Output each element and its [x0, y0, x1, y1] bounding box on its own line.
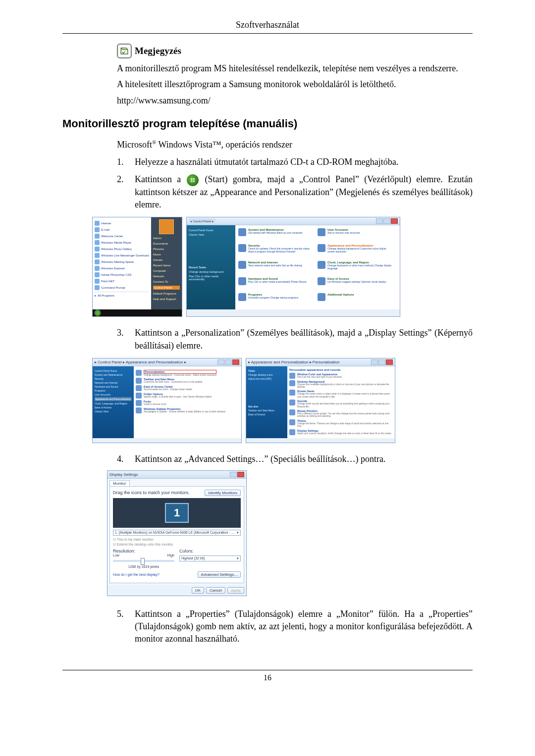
step-3-text: Kattintson a „Personalization” (Személye…: [135, 327, 473, 352]
sm-right-item[interactable]: Pictures: [153, 248, 180, 251]
ap-side-item[interactable]: Classic View: [95, 410, 132, 413]
sm-item[interactable]: Windows Photo Gallery: [101, 248, 132, 251]
sm-item[interactable]: Command Prompt: [101, 286, 125, 289]
ap-side-item[interactable]: Security: [95, 377, 132, 380]
check-main-monitor[interactable]: ☑ This is my main monitor: [113, 538, 241, 542]
step-4: 4. Kattintson az „Advanced Settings…” (S…: [117, 453, 473, 465]
check-extend-desktop[interactable]: ☑ Extend the desktop onto this monitor: [113, 543, 241, 547]
sm-item[interactable]: Windows Live Messenger Download: [101, 254, 149, 257]
cp-cat-h[interactable]: Additional Options: [327, 293, 354, 296]
cp-side-task[interactable]: Play CDs or other media automatically: [189, 275, 233, 281]
identify-monitors-button[interactable]: Identify Monitors: [205, 490, 241, 496]
ap-item-s[interactable]: Accommodate low vision · Change screen r…: [144, 388, 192, 391]
cp-cat-s[interactable]: View network status and tasks Set up fil…: [248, 264, 302, 267]
cp-side-link[interactable]: Classic View: [189, 233, 233, 236]
window-controls[interactable]: [371, 359, 393, 365]
ap-side-item-sel[interactable]: Appearance and Personalization: [95, 397, 132, 401]
sm-item[interactable]: Internet: [101, 222, 111, 225]
sm-right-item[interactable]: Computer: [153, 269, 180, 272]
sm-item[interactable]: E-mail: [101, 228, 109, 231]
start-orb[interactable]: [94, 309, 101, 316]
sm-right-item[interactable]: Recent Items: [153, 264, 180, 267]
ap-item-s[interactable]: Change desktop background · Customize co…: [144, 374, 216, 376]
user-avatar: [159, 219, 174, 234]
step-4-num: 4.: [117, 453, 135, 465]
note-line-2: A hitelesített illesztőprogram a Samsung…: [117, 78, 473, 90]
resolution-slider[interactable]: [113, 560, 174, 562]
res-label: Resolution:: [113, 549, 174, 554]
cp-cat-s[interactable]: Check for updates Check this computer's …: [248, 247, 313, 253]
start-orb-icon: [187, 174, 199, 186]
sm-item[interactable]: Adobe Photoshop CS3: [101, 273, 131, 276]
ds-preview-area[interactable]: 1: [113, 498, 241, 528]
sm-right-item[interactable]: Network: [153, 275, 180, 278]
cp-breadcrumb: ▸ Control Panel ▸: [189, 218, 215, 224]
pers-see-item[interactable]: Ease of Access: [248, 413, 285, 416]
control-panel-screenshot: ▸ Control Panel ▸ Control Panel Home Cla…: [186, 217, 400, 317]
ap-side-item[interactable]: Hardware and Sound: [95, 385, 132, 388]
colors-select[interactable]: Highest (32 bit)▾: [179, 555, 241, 561]
cp-cat-s[interactable]: Play CDs or other media automatically Pr…: [248, 280, 307, 283]
cp-side-link[interactable]: Control Panel Home: [189, 229, 233, 232]
step-5-text: Kattintson a „Properties” (Tulajdonságok…: [135, 608, 473, 646]
ap-item-s[interactable]: Add gadgets to Sidebar · Choose whether …: [144, 410, 225, 413]
ap-side-item[interactable]: User Accounts: [95, 393, 132, 396]
step-1-num: 1.: [117, 156, 135, 168]
section-title: Monitorillesztő program telepítése (manu…: [62, 117, 473, 130]
pers-side-item[interactable]: Adjust font size (DPI): [248, 377, 285, 380]
window-controls[interactable]: [217, 359, 239, 365]
cancel-button[interactable]: Cancel: [206, 587, 225, 594]
cp-main: System and MaintenanceGet started with W…: [235, 225, 400, 309]
adapter-select[interactable]: 1. (Multiple Monitors) on NVIDIA GeForce…: [113, 530, 241, 536]
ap-side-item[interactable]: Programs: [95, 389, 132, 392]
sm-item[interactable]: Windows Meeting Space: [101, 260, 134, 263]
window-controls[interactable]: [230, 472, 244, 477]
sm-item[interactable]: Windows Explorer: [101, 267, 125, 270]
cp-cat-s[interactable]: Change desktop background Customize colo…: [327, 247, 392, 253]
pers-see-item[interactable]: Taskbar and Start Menu: [248, 409, 285, 412]
cp-cat-s[interactable]: Change keyboards or other input methods …: [327, 264, 392, 270]
apply-button[interactable]: Apply: [227, 587, 244, 594]
cp-side-task[interactable]: Change desktop background: [189, 270, 233, 273]
ds-drag-text: Drag the icons to match your monitors.: [113, 490, 190, 495]
ap-side-item[interactable]: Clock, Language, and Region: [95, 402, 132, 405]
cp-cat-s[interactable]: Get started with Windows Back up your co…: [248, 231, 303, 234]
sm-right-item-selected[interactable]: Control Panel: [153, 286, 180, 290]
sm-right-item[interactable]: Documents: [153, 242, 180, 245]
cp-cat-s[interactable]: Uninstall a program Change startup progr…: [248, 296, 298, 299]
sm-item[interactable]: Paint.NET: [101, 280, 114, 283]
ap-item-s[interactable]: Customize the Start menu · Customize ico…: [144, 381, 203, 383]
cp-cat-s[interactable]: Add or remove user accounts: [327, 231, 360, 234]
pers-sidebar: Tasks Change desktop icons Adjust font s…: [246, 366, 287, 438]
intro-line: Microsoft® Windows Vista™, operációs ren…: [117, 139, 473, 150]
cp-cat-s[interactable]: Let Windows suggest settings Optimize vi…: [327, 280, 386, 283]
sm-right-item[interactable]: Connect To: [153, 280, 180, 283]
ap-side-item[interactable]: Network and Internet: [95, 381, 132, 384]
ap-side-item[interactable]: System and Maintenance: [95, 373, 132, 376]
sm-right-item[interactable]: Admin: [153, 237, 180, 240]
help-link[interactable]: How do I get the best display?: [113, 573, 160, 576]
sm-right-item[interactable]: Music: [153, 253, 180, 256]
ap-item-s[interactable]: Specify single- or double-click to open …: [144, 396, 212, 398]
advanced-settings-button[interactable]: Advanced Settings...: [198, 571, 241, 578]
pers-side-item[interactable]: Change desktop icons: [248, 373, 285, 376]
ds-tab-monitor[interactable]: Monitor: [109, 480, 130, 487]
monitor-1-icon[interactable]: 1: [165, 503, 189, 523]
ap-item-s[interactable]: Install or remove a font: [144, 403, 166, 405]
ap-side-item[interactable]: Control Panel Home: [95, 369, 132, 372]
sm-right-item[interactable]: Help and Support: [153, 298, 180, 301]
ap-side-item[interactable]: Ease of Access: [95, 406, 132, 409]
sm-item[interactable]: Windows Media Player: [101, 241, 131, 244]
sm-all-programs[interactable]: All Programs: [98, 294, 114, 297]
display-settings-screenshot: Display Settings Monitor Drag the icons …: [107, 470, 247, 596]
ap-main: PersonalizationChange desktop background…: [134, 366, 241, 438]
res-high: High: [167, 554, 174, 557]
sm-right-item[interactable]: Games: [153, 258, 180, 261]
sm-right-item[interactable]: Default Programs: [153, 292, 180, 295]
sm-item[interactable]: Welcome Center: [101, 235, 123, 238]
pers-item-h[interactable]: Window Color and Appearance: [297, 373, 342, 376]
cp-side-tasks-h: Recent Tasks: [189, 266, 233, 269]
window-controls[interactable]: [376, 218, 398, 224]
ok-button[interactable]: OK: [192, 587, 205, 594]
ap-item-h-hl[interactable]: Personalization: [144, 370, 216, 374]
